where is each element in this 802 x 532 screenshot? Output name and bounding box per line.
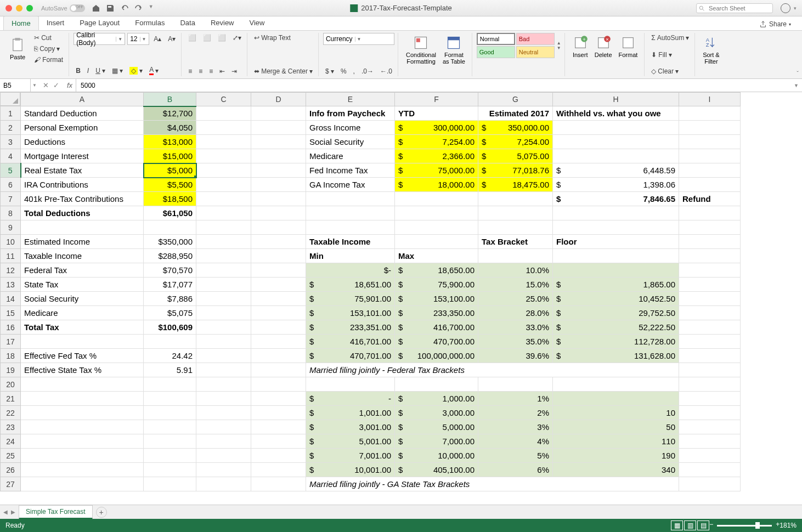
cell-F5[interactable]: $75,000.00: [395, 163, 478, 178]
sheet-nav-next-icon[interactable]: ▶: [11, 509, 15, 515]
tab-page-layout[interactable]: Page Layout: [72, 16, 127, 30]
cell-E15[interactable]: $153,101.00: [306, 306, 395, 320]
cell-C11[interactable]: [196, 249, 251, 263]
cell-C10[interactable]: [196, 235, 251, 249]
number-format-select[interactable]: Currency▼: [323, 33, 394, 45]
cell-H15[interactable]: $29,752.50: [553, 306, 679, 320]
cell-F11[interactable]: Max: [395, 249, 478, 263]
cell-I11[interactable]: [679, 249, 741, 263]
zoom-level[interactable]: 181%: [780, 522, 797, 529]
cell-D7[interactable]: [251, 192, 306, 206]
cell-E6[interactable]: GA Income Tax: [306, 178, 395, 192]
column-header-I[interactable]: I: [679, 93, 741, 106]
cell-F9[interactable]: [395, 220, 478, 235]
align-center-icon[interactable]: ≡: [196, 66, 205, 76]
cell-A16[interactable]: Total Tax: [21, 320, 144, 335]
conditional-formatting-button[interactable]: Conditional Formatting: [403, 33, 439, 67]
cell-G13[interactable]: 15.0%: [478, 278, 553, 292]
cell-I2[interactable]: [679, 121, 741, 135]
row-header-23[interactable]: 23: [1, 420, 21, 434]
cell-E24[interactable]: $5,001.00: [306, 434, 395, 449]
align-left-icon[interactable]: ≡: [186, 66, 194, 76]
cell-C5[interactable]: [196, 163, 251, 178]
cell-C6[interactable]: [196, 178, 251, 192]
cell-A26[interactable]: [21, 463, 144, 477]
cell-A8[interactable]: Total Deductions: [21, 206, 144, 220]
cell-C7[interactable]: [196, 192, 251, 206]
row-header-4[interactable]: 4: [1, 149, 21, 163]
font-name-select[interactable]: Calibri (Body)▼: [74, 33, 125, 45]
cell-D11[interactable]: [251, 249, 306, 263]
name-box[interactable]: B5: [0, 79, 31, 92]
cell-D19[interactable]: [251, 363, 306, 377]
cell-E19[interactable]: Married filing jointly - Federal Tax Bra…: [306, 363, 679, 377]
cell-D6[interactable]: [251, 178, 306, 192]
row-header-2[interactable]: 2: [1, 121, 21, 135]
cell-B25[interactable]: [144, 449, 196, 463]
cell-I20[interactable]: [679, 377, 741, 392]
autosum-button[interactable]: Σ AutoSum ▾: [649, 33, 691, 43]
row-header-12[interactable]: 12: [1, 263, 21, 278]
cell-C17[interactable]: [196, 335, 251, 349]
row-header-24[interactable]: 24: [1, 434, 21, 449]
cell-I4[interactable]: [679, 149, 741, 163]
cell-D22[interactable]: [251, 406, 306, 420]
cell-A7[interactable]: 401k Pre-Tax Contributions: [21, 192, 144, 206]
cell-D23[interactable]: [251, 420, 306, 434]
row-header-20[interactable]: 20: [1, 377, 21, 392]
row-header-14[interactable]: 14: [1, 292, 21, 306]
cell-G23[interactable]: 3%: [478, 420, 553, 434]
cell-B2[interactable]: $4,050: [144, 121, 196, 135]
cell-E7[interactable]: [306, 192, 395, 206]
align-right-icon[interactable]: ≡: [207, 66, 215, 76]
style-bad[interactable]: Bad: [516, 33, 555, 45]
row-header-9[interactable]: 9: [1, 220, 21, 235]
cell-F15[interactable]: $233,350.00: [395, 306, 478, 320]
cell-I10[interactable]: [679, 235, 741, 249]
cell-I22[interactable]: [679, 406, 741, 420]
cell-H20[interactable]: [553, 377, 679, 392]
cell-B14[interactable]: $7,886: [144, 292, 196, 306]
cell-I6[interactable]: [679, 178, 741, 192]
cell-I1[interactable]: [679, 106, 741, 121]
cell-G11[interactable]: [478, 249, 553, 263]
cell-F14[interactable]: $153,100.00: [395, 292, 478, 306]
cell-H9[interactable]: [553, 220, 679, 235]
row-header-13[interactable]: 13: [1, 278, 21, 292]
cell-B26[interactable]: [144, 463, 196, 477]
cell-H22[interactable]: 10: [553, 406, 679, 420]
spreadsheet-grid[interactable]: ABCDEFGHI1Standard Deduction$12,700Info …: [0, 92, 802, 505]
cell-F22[interactable]: $3,000.00: [395, 406, 478, 420]
increase-indent-icon[interactable]: ⇥: [229, 66, 239, 76]
cell-A25[interactable]: [21, 449, 144, 463]
cell-E18[interactable]: $470,701.00: [306, 349, 395, 363]
cell-A15[interactable]: Medicare: [21, 306, 144, 320]
row-header-21[interactable]: 21: [1, 392, 21, 406]
cell-E3[interactable]: Social Security: [306, 135, 395, 149]
cell-I3[interactable]: [679, 135, 741, 149]
row-header-3[interactable]: 3: [1, 135, 21, 149]
cell-C23[interactable]: [196, 420, 251, 434]
cell-H13[interactable]: $1,865.00: [553, 278, 679, 292]
cell-G26[interactable]: 6%: [478, 463, 553, 477]
column-header-F[interactable]: F: [395, 93, 478, 106]
cell-A19[interactable]: Effective State Tax %: [21, 363, 144, 377]
cell-C9[interactable]: [196, 220, 251, 235]
cell-E10[interactable]: Taxable Income: [306, 235, 395, 249]
cell-D26[interactable]: [251, 463, 306, 477]
cell-B23[interactable]: [144, 420, 196, 434]
cell-F13[interactable]: $75,900.00: [395, 278, 478, 292]
font-color-button[interactable]: A▾: [147, 65, 161, 76]
cell-C8[interactable]: [196, 206, 251, 220]
cell-H17[interactable]: $112,728.00: [553, 335, 679, 349]
cell-D2[interactable]: [251, 121, 306, 135]
cell-F8[interactable]: [395, 206, 478, 220]
cell-G16[interactable]: 33.0%: [478, 320, 553, 335]
cell-D14[interactable]: [251, 292, 306, 306]
row-header-25[interactable]: 25: [1, 449, 21, 463]
cell-B21[interactable]: [144, 392, 196, 406]
fx-icon[interactable]: fx: [64, 79, 76, 92]
tab-formulas[interactable]: Formulas: [127, 16, 172, 30]
cell-I23[interactable]: [679, 420, 741, 434]
cell-E26[interactable]: $10,001.00: [306, 463, 395, 477]
